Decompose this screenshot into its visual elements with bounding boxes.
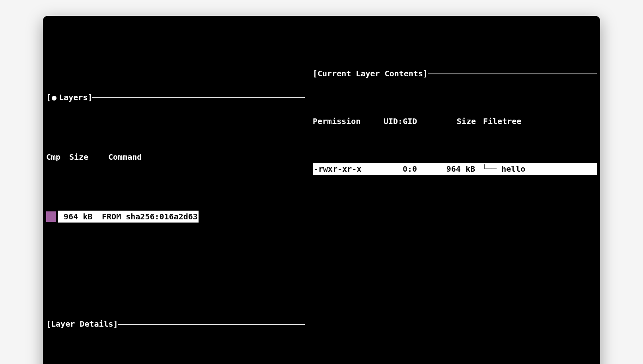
divider <box>118 324 305 325</box>
layers-header-row: Cmp Size Command <box>46 151 305 163</box>
cmp-indicator-icon <box>46 211 56 222</box>
layer-details-label: [Layer Details] <box>46 318 118 330</box>
file-uidgid: 0:0 <box>384 163 435 175</box>
layer-row[interactable]: 964 kB FROM sha256:016a2d63 <box>46 211 305 223</box>
layer-row-selected: 964 kB FROM sha256:016a2d63 <box>58 211 199 223</box>
contents-header-row: Permission UID:GID Size Filetree <box>313 115 597 127</box>
contents-pane-title: [Current Layer Contents] <box>313 68 597 79</box>
layer-details-title: [Layer Details] <box>46 318 305 330</box>
file-name-cell: └── hello <box>482 163 596 175</box>
tree-branch-icon: └── <box>482 163 501 175</box>
col-header-size: Size <box>435 115 483 127</box>
layer-size: 964 kB <box>59 211 97 223</box>
terminal-content: [Layers] Cmp Size Command 964 kB FROM sh… <box>43 20 600 364</box>
file-permission: -rwxr-xr-x <box>314 163 384 175</box>
col-header-command: Command <box>108 151 305 163</box>
terminal-window: [Layers] Cmp Size Command 964 kB FROM sh… <box>43 16 600 364</box>
col-header-cmp: Cmp <box>46 151 69 163</box>
col-header-uidgid: UID:GID <box>384 115 435 127</box>
col-header-size: Size <box>69 151 108 163</box>
layers-pane-title: [Layers] <box>46 91 305 103</box>
file-row[interactable]: -rwxr-xr-x 0:0 964 kB └── hello <box>313 163 597 175</box>
layer-command: FROM sha256:016a2d63 <box>97 211 198 223</box>
contents-title-label: [Current Layer Contents] <box>313 68 428 79</box>
divider <box>428 74 597 74</box>
divider <box>92 97 305 98</box>
file-size: 964 kB <box>435 163 482 175</box>
active-pane-dot-icon <box>52 96 57 101</box>
col-header-filetree: Filetree <box>483 115 597 127</box>
right-column: [Current Layer Contents] Permission UID:… <box>309 44 597 364</box>
file-name: hello <box>501 163 525 175</box>
col-header-permission: Permission <box>313 115 384 127</box>
left-column: [Layers] Cmp Size Command 964 kB FROM sh… <box>46 44 309 364</box>
